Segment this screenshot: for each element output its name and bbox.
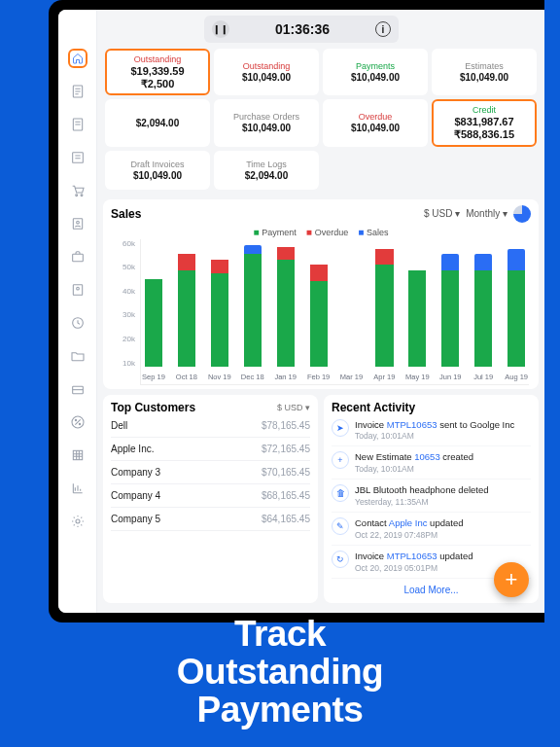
chart-column: Jan 19 [273, 239, 298, 367]
activity-icon: ↻ [332, 551, 349, 568]
svg-point-6 [76, 221, 79, 224]
chart-column: May 19 [404, 239, 430, 367]
stat-card[interactable]: Outstanding$10,049.00 [214, 49, 319, 95]
sales-period-dropdown[interactable]: Monthly ▾ [466, 208, 508, 219]
badge-icon[interactable] [68, 280, 88, 300]
activity-row[interactable]: +New Estimate 10653 createdToday, 10:01A… [332, 446, 531, 480]
folder-icon[interactable] [68, 346, 88, 366]
chart-column: Dec 18 [240, 239, 265, 367]
svg-point-3 [75, 195, 77, 196]
sales-panel: Sales $ USD ▾ Monthly ▾ Payment Overdue … [103, 199, 539, 389]
activity-row[interactable]: 🗑JBL Blutooth headphone deletedYesterday… [332, 480, 531, 513]
grid-icon[interactable] [68, 445, 88, 465]
recent-activity-title: Recent Activity [332, 401, 415, 414]
chart-column: Nov 19 [207, 239, 232, 367]
main-content: Outstanding$19,339.59₹2,500Outstanding$1… [97, 49, 544, 613]
cart-icon[interactable] [68, 181, 88, 200]
stat-card[interactable]: Estimates$10,049.00 [432, 49, 537, 95]
customer-row[interactable]: Apple Inc.$72,165.45 [111, 438, 310, 461]
svg-rect-2 [72, 153, 83, 163]
activity-icon: 🗑 [332, 484, 349, 502]
activity-icon: ✎ [332, 517, 349, 535]
invoice-icon[interactable] [68, 115, 88, 134]
estimate-icon[interactable] [68, 148, 88, 167]
stat-card[interactable]: Purchase Orders$10,049.00 [214, 99, 319, 146]
customer-row[interactable]: Company 4$68,165.45 [111, 484, 310, 508]
customer-row[interactable]: Company 3$70,165.45 [111, 461, 310, 484]
svg-point-9 [76, 287, 79, 290]
customer-row[interactable]: Dell$78,165.45 [111, 414, 310, 438]
chart-column: Jul 19 [471, 239, 496, 367]
stat-card[interactable]: Draft Invoices$10,049.00 [105, 151, 210, 190]
chart-column: Sep 19 [141, 239, 166, 367]
sales-chart: 60k50k40k30k20k10k Sep 19Oct 18Nov 19Dec… [111, 239, 531, 385]
document-icon[interactable] [68, 82, 88, 101]
lower-row: Top Customers $ USD ▾ Dell$78,165.45Appl… [103, 395, 539, 603]
activity-icon: ➤ [332, 419, 349, 437]
chart-column: Mar 19 [339, 239, 365, 367]
sales-currency-dropdown[interactable]: $ USD ▾ [424, 208, 460, 219]
stats-grid: Outstanding$19,339.59₹2,500Outstanding$1… [103, 49, 539, 196]
legend-overdue: Overdue [306, 227, 348, 237]
svg-point-16 [76, 519, 80, 523]
activity-icon: + [332, 451, 349, 469]
svg-point-14 [79, 423, 80, 424]
add-fab[interactable]: + [494, 562, 529, 597]
stat-card[interactable]: Credit$831,987.67₹588,836.15 [432, 99, 537, 146]
pie-icon[interactable] [513, 205, 531, 223]
legend-sales: Sales [358, 227, 388, 237]
gear-icon[interactable] [68, 512, 88, 531]
activity-row[interactable]: ➤Invoice MTPL10653 sent to Goolge IncTod… [332, 414, 531, 447]
sidebar [58, 10, 97, 613]
chart-icon[interactable] [68, 479, 88, 498]
stat-card[interactable]: $2,094.00 [105, 99, 210, 146]
chart-column: Aug 19 [504, 239, 529, 367]
briefcase-icon[interactable] [68, 247, 88, 267]
clock-icon[interactable] [68, 313, 88, 333]
svg-rect-7 [72, 254, 83, 261]
top-customers-currency[interactable]: $ USD ▾ [277, 403, 310, 412]
stat-card[interactable]: Outstanding$19,339.59₹2,500 [105, 49, 210, 95]
top-customers-panel: Top Customers $ USD ▾ Dell$78,165.45Appl… [103, 395, 318, 603]
sales-title: Sales [111, 207, 141, 221]
chart-column: Oct 18 [174, 239, 199, 367]
app-screen: ❙❙ 01:36:36 i Outstanding$19,339.59₹2,50… [58, 10, 544, 613]
info-icon[interactable]: i [375, 21, 391, 37]
activity-row[interactable]: ✎Contact Apple Inc updatedOct 22, 2019 0… [332, 513, 531, 546]
percent-icon[interactable] [68, 412, 88, 432]
chart-column: Feb 19 [306, 239, 332, 367]
top-customers-title: Top Customers [111, 401, 195, 414]
timer-bar: ❙❙ 01:36:36 i [204, 16, 399, 43]
chart-column: Jun 19 [438, 239, 463, 367]
chart-column: Apr 19 [371, 239, 397, 367]
svg-rect-15 [73, 450, 82, 459]
stat-card[interactable]: Time Logs$2,094.00 [214, 151, 319, 190]
home-icon[interactable] [68, 49, 88, 68]
stat-card[interactable]: Overdue$10,049.00 [323, 99, 428, 146]
contacts-icon[interactable] [68, 214, 88, 233]
tablet-frame: ❙❙ 01:36:36 i Outstanding$19,339.59₹2,50… [49, 0, 544, 622]
timer-value: 01:36:36 [275, 21, 330, 37]
pause-icon[interactable]: ❙❙ [212, 20, 229, 38]
legend-payment: Payment [253, 227, 296, 237]
svg-point-4 [81, 195, 83, 196]
case-icon[interactable] [68, 379, 88, 399]
marketing-tagline: Track Outstanding Payments [0, 616, 560, 729]
svg-point-13 [75, 419, 76, 420]
stat-card[interactable]: Payments$10,049.00 [323, 49, 428, 95]
chart-legend: Payment Overdue Sales [111, 227, 531, 237]
customer-row[interactable]: Company 5$64,165.45 [111, 508, 310, 531]
